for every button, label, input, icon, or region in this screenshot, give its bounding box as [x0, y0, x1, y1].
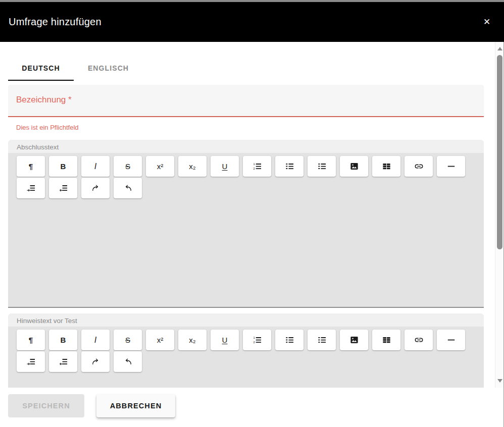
toolbar-paragraph-button[interactable]: ¶ — [17, 330, 45, 350]
toolbar-ordered-list-button[interactable]: 12 — [243, 156, 271, 177]
toolbar-horizontal-rule-button[interactable] — [437, 330, 465, 350]
horizontal-rule-icon — [446, 335, 456, 345]
bullet-list-alt-icon — [317, 335, 327, 345]
subscript-icon: x₂ — [189, 336, 195, 344]
editor-hinweistext-toolbar: ¶BISx²x₂U12 — [8, 327, 484, 373]
undo-icon — [123, 183, 133, 193]
toolbar-redo-button[interactable] — [81, 351, 110, 372]
scroll-down-icon[interactable] — [497, 379, 502, 383]
toolbar-row: ¶BISx²x₂U12 — [17, 156, 484, 178]
superscript-icon: x² — [157, 336, 164, 344]
toolbar-outdent-button[interactable] — [49, 351, 77, 372]
toolbar-row — [17, 351, 484, 373]
bullet-list-icon — [285, 335, 294, 345]
paragraph-icon: ¶ — [29, 163, 33, 170]
underline-icon: U — [222, 163, 228, 170]
toolbar-strike-button[interactable]: S — [114, 156, 142, 177]
editor-abschlusstext-label: Abschlusstext — [8, 140, 484, 153]
toolbar-undo-button[interactable] — [114, 351, 142, 372]
bezeichnung-field[interactable]: Bezeichnung * — [8, 85, 484, 117]
scrollbar[interactable] — [495, 42, 503, 388]
toolbar-table-button[interactable] — [372, 330, 400, 350]
dialog-body: DEUTSCH ENGLISCH Bezeichnung * Dies ist … — [0, 42, 504, 388]
toolbar-ordered-list-button[interactable]: 12 — [243, 330, 271, 350]
toolbar-bold-button[interactable]: B — [49, 156, 77, 177]
image-icon — [349, 162, 359, 171]
indent-icon — [26, 183, 36, 193]
link-icon — [414, 335, 424, 345]
toolbar-subscript-button[interactable]: x₂ — [178, 156, 207, 177]
toolbar-link-button[interactable] — [405, 330, 433, 350]
tab-deutsch[interactable]: DEUTSCH — [8, 57, 74, 81]
tab-bar: DEUTSCH ENGLISCH — [8, 57, 504, 81]
toolbar-image-button[interactable] — [340, 156, 368, 177]
horizontal-rule-icon — [446, 162, 456, 171]
toolbar-subscript-button[interactable]: x₂ — [178, 330, 207, 350]
close-button[interactable]: ✕ — [477, 2, 497, 42]
toolbar-indent-button[interactable] — [17, 351, 45, 372]
italic-icon: I — [94, 336, 96, 344]
subscript-icon: x₂ — [189, 163, 195, 170]
toolbar-superscript-button[interactable]: x² — [146, 156, 174, 177]
tab-deutsch-label: DEUTSCH — [22, 64, 60, 72]
dialog-actions: SPEICHERN ABBRECHEN — [8, 394, 175, 417]
undo-icon — [123, 357, 133, 366]
editor-abschlusstext[interactable]: Abschlusstext ¶BISx²x₂U12 — [8, 140, 484, 308]
close-icon: ✕ — [483, 17, 490, 27]
toolbar-undo-button[interactable] — [114, 178, 142, 198]
svg-text:1: 1 — [253, 163, 255, 166]
bold-icon: B — [61, 336, 66, 344]
image-icon — [349, 335, 359, 345]
underline-icon: U — [222, 336, 228, 344]
toolbar-indent-button[interactable] — [17, 178, 45, 198]
svg-text:1: 1 — [253, 336, 255, 339]
scrollbar-thumb[interactable] — [497, 55, 502, 249]
bullet-list-icon — [285, 162, 294, 171]
outdent-icon — [59, 357, 68, 366]
toolbar-italic-button[interactable]: I — [81, 156, 110, 177]
table-icon — [382, 335, 391, 345]
strike-icon: S — [125, 163, 130, 170]
toolbar-link-button[interactable] — [405, 156, 433, 177]
toolbar-superscript-button[interactable]: x² — [146, 330, 174, 350]
bezeichnung-error: Dies ist ein Pflichtfeld — [16, 124, 504, 131]
toolbar-bullet-list-button[interactable] — [275, 156, 304, 177]
toolbar-underline-button[interactable]: U — [211, 330, 239, 350]
toolbar-horizontal-rule-button[interactable] — [437, 156, 465, 177]
toolbar-image-button[interactable] — [340, 330, 368, 350]
toolbar-row — [17, 178, 484, 199]
dialog-header: Umfrage hinzufügen ✕ — [0, 2, 504, 42]
toolbar-bullet-list-button[interactable] — [275, 330, 304, 350]
paragraph-icon: ¶ — [29, 336, 33, 344]
table-icon — [382, 162, 391, 171]
link-icon — [414, 162, 424, 171]
toolbar-table-button[interactable] — [372, 156, 400, 177]
toolbar-row: ¶BISx²x₂U12 — [17, 330, 484, 351]
toolbar-bullet-list-alt-button[interactable] — [308, 330, 336, 350]
tab-englisch[interactable]: ENGLISCH — [74, 57, 143, 81]
svg-text:2: 2 — [253, 341, 255, 344]
dialog-title: Umfrage hinzufügen — [9, 16, 102, 28]
tab-englisch-label: ENGLISCH — [88, 64, 129, 72]
toolbar-outdent-button[interactable] — [49, 178, 77, 198]
save-button[interactable]: SPEICHERN — [8, 394, 84, 417]
cancel-button[interactable]: ABBRECHEN — [96, 394, 175, 417]
svg-text:2: 2 — [253, 167, 255, 170]
bullet-list-alt-icon — [317, 162, 327, 171]
editor-hinweistext[interactable]: Hinweistext vor Test ¶BISx²x₂U12 — [8, 313, 484, 388]
editor-abschlusstext-toolbar: ¶BISx²x₂U12 — [8, 153, 484, 199]
ordered-list-icon: 12 — [253, 335, 262, 345]
strike-icon: S — [125, 336, 130, 344]
bezeichnung-label: Bezeichnung * — [16, 95, 72, 105]
toolbar-strike-button[interactable]: S — [114, 330, 142, 350]
toolbar-redo-button[interactable] — [81, 178, 110, 198]
toolbar-bullet-list-alt-button[interactable] — [308, 156, 336, 177]
toolbar-bold-button[interactable]: B — [49, 330, 77, 350]
indent-icon — [26, 357, 36, 366]
toolbar-paragraph-button[interactable]: ¶ — [17, 156, 45, 177]
toolbar-italic-button[interactable]: I — [81, 330, 110, 350]
scroll-up-icon[interactable] — [497, 47, 502, 50]
redo-icon — [91, 183, 100, 193]
toolbar-underline-button[interactable]: U — [211, 156, 239, 177]
outdent-icon — [59, 183, 68, 193]
